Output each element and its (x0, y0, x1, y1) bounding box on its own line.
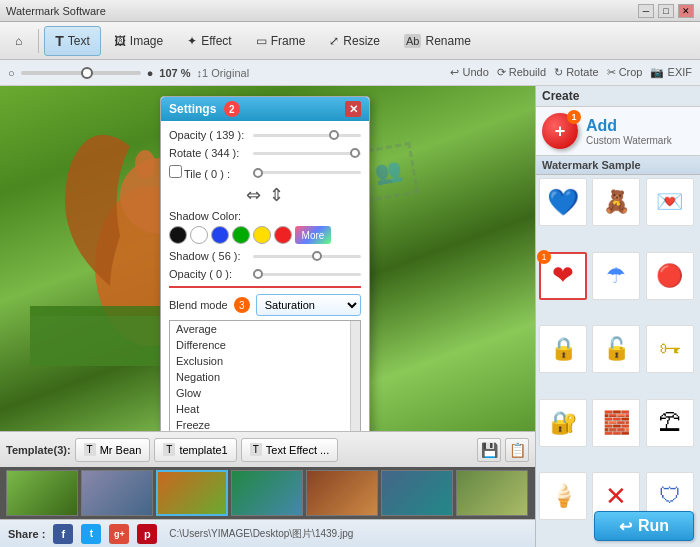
tab-frame[interactable]: ▭ Frame (245, 26, 317, 56)
tile-checkbox[interactable] (169, 165, 182, 178)
template-tab-1[interactable]: T template1 (154, 438, 236, 462)
thumbnail-1[interactable] (81, 470, 153, 516)
crop-button[interactable]: ✂ Crop (607, 66, 643, 79)
dropdown-item-heat[interactable]: Heat (170, 401, 360, 417)
exif-button[interactable]: 📷 EXIF (650, 66, 692, 79)
thumbnail-4[interactable] (306, 470, 378, 516)
frame-icon: ▭ (256, 34, 267, 48)
wm-item-5[interactable]: 🔴 (646, 252, 694, 300)
template-tab-2[interactable]: T Text Effect ... (241, 438, 339, 462)
wm-heart-red: ❤ (552, 260, 574, 291)
export-button[interactable]: 📋 (505, 438, 529, 462)
close-button[interactable]: ✕ (678, 4, 694, 18)
wm-item-1[interactable]: 🧸 (592, 178, 640, 226)
main-wrapper: 👥 Settings 2 ✕ Opacity ( 139 ): (0, 86, 700, 547)
color-white[interactable] (190, 226, 208, 244)
template-tab-icon-1: T (163, 443, 175, 456)
wm-heart-blue: 💙 (547, 187, 579, 218)
template-tab-0[interactable]: T Mr Bean (75, 438, 151, 462)
rotate-slider[interactable] (253, 152, 361, 155)
tab-text[interactable]: T Text (44, 26, 101, 56)
thumbnail-6[interactable] (456, 470, 528, 516)
thumbnail-3[interactable] (231, 470, 303, 516)
wm-bear: 🧸 (603, 189, 630, 215)
wm-item-3[interactable]: 1 ❤ (539, 252, 587, 300)
zoom-actions: ↩ Undo ⟳ Rebuild ↻ Rotate ✂ Crop 📷 EXIF (450, 66, 692, 79)
thumbnail-2[interactable] (156, 470, 228, 516)
color-blue[interactable] (211, 226, 229, 244)
color-black[interactable] (169, 226, 187, 244)
left-right-arrow[interactable]: ⇔ (246, 186, 261, 204)
rebuild-button[interactable]: ⟳ Rebuild (497, 66, 546, 79)
tile-label: Tile ( 0 ) : (169, 165, 249, 180)
sample-title: Watermark Sample (536, 156, 700, 175)
dropdown-item-glow[interactable]: Glow (170, 385, 360, 401)
thumbnail-0[interactable] (6, 470, 78, 516)
undo-button[interactable]: ↩ Undo (450, 66, 488, 79)
zoom-percent: 107 % (159, 67, 190, 79)
wm-item-12[interactable]: 🍦 (539, 472, 587, 520)
blend-mode-select[interactable]: Saturation Average Difference Exclusion … (256, 294, 361, 316)
watermark-grid: 💙 🧸 💌 1 ❤ ☂ 🔴 🔒 🔓 (536, 175, 700, 547)
more-colors-button[interactable]: More (295, 226, 331, 244)
google-plus-button[interactable]: g+ (109, 524, 129, 544)
dropdown-item-negation[interactable]: Negation (170, 369, 360, 385)
maximize-button[interactable]: □ (658, 4, 674, 18)
dropdown-item-exclusion[interactable]: Exclusion (170, 353, 360, 369)
tab-rename[interactable]: Ab Rename (393, 26, 482, 56)
add-label: Add (586, 117, 672, 135)
save-button[interactable]: 💾 (477, 438, 501, 462)
zoom-original: ↕1 Original (197, 67, 250, 79)
zoom-plus-icon[interactable]: ● (147, 67, 154, 79)
wm-item-8[interactable]: 🗝 (646, 325, 694, 373)
thumbnail-5[interactable] (381, 470, 453, 516)
wm-item-9[interactable]: 🔐 (539, 399, 587, 447)
color-yellow[interactable] (253, 226, 271, 244)
tab-resize[interactable]: ⤢ Resize (318, 26, 391, 56)
tab-effect[interactable]: ✦ Effect (176, 26, 242, 56)
tab-home[interactable]: ⌂ (4, 26, 33, 56)
shadow-opacity-label: Opacity ( 0 ): (169, 268, 249, 280)
tab-image[interactable]: 🖼 Image (103, 26, 174, 56)
wm-item-11[interactable]: ⛱ (646, 399, 694, 447)
wm-umbrella: ☂ (606, 263, 626, 289)
zoom-slider[interactable] (21, 71, 141, 75)
settings-dialog: Settings 2 ✕ Opacity ( 139 ): (160, 96, 370, 431)
run-button[interactable]: ↩ Run (594, 511, 694, 541)
facebook-button[interactable]: f (53, 524, 73, 544)
color-red[interactable] (274, 226, 292, 244)
main-toolbar: ⌂ T Text 🖼 Image ✦ Effect ▭ Frame ⤢ Resi… (0, 22, 700, 60)
opacity-slider[interactable] (253, 134, 361, 137)
wm-lock2: 🔐 (550, 410, 577, 436)
rotate-row: Rotate ( 344 ): (169, 147, 361, 159)
template-bar: Template(3): T Mr Bean T template1 T Tex… (0, 431, 535, 467)
rotate-button[interactable]: ↻ Rotate (554, 66, 598, 79)
dropdown-item-difference[interactable]: Difference (170, 337, 360, 353)
wm-item-6[interactable]: 🔒 (539, 325, 587, 373)
wm-item-2[interactable]: 💌 (646, 178, 694, 226)
tab-frame-label: Frame (271, 34, 306, 48)
add-watermark-button[interactable]: + 1 Add Custom Watermark (536, 107, 700, 156)
shadow-slider[interactable] (253, 255, 361, 258)
color-green[interactable] (232, 226, 250, 244)
zoom-minus-icon[interactable]: ○ (8, 67, 15, 79)
dropdown-item-average[interactable]: Average (170, 321, 360, 337)
shadow-opacity-slider[interactable] (253, 273, 361, 276)
tile-slider[interactable] (253, 171, 361, 174)
wm-cross: ✕ (605, 481, 627, 512)
dropdown-item-freeze[interactable]: Freeze (170, 417, 360, 431)
add-icon: + 1 (542, 113, 578, 149)
minimize-button[interactable]: ─ (638, 4, 654, 18)
dialog-close-button[interactable]: ✕ (345, 101, 361, 117)
rotate-label: Rotate ( 344 ): (169, 147, 249, 159)
wm-item-0[interactable]: 💙 (539, 178, 587, 226)
pinterest-button[interactable]: p (137, 524, 157, 544)
save-buttons: 💾 📋 (477, 438, 529, 462)
up-down-arrow[interactable]: ⇕ (269, 186, 284, 204)
title-text: Watermark Software (6, 5, 106, 17)
wm-item-4[interactable]: ☂ (592, 252, 640, 300)
scrollbar[interactable] (350, 321, 360, 431)
wm-item-7[interactable]: 🔓 (592, 325, 640, 373)
wm-item-10[interactable]: 🧱 (592, 399, 640, 447)
twitter-button[interactable]: t (81, 524, 101, 544)
